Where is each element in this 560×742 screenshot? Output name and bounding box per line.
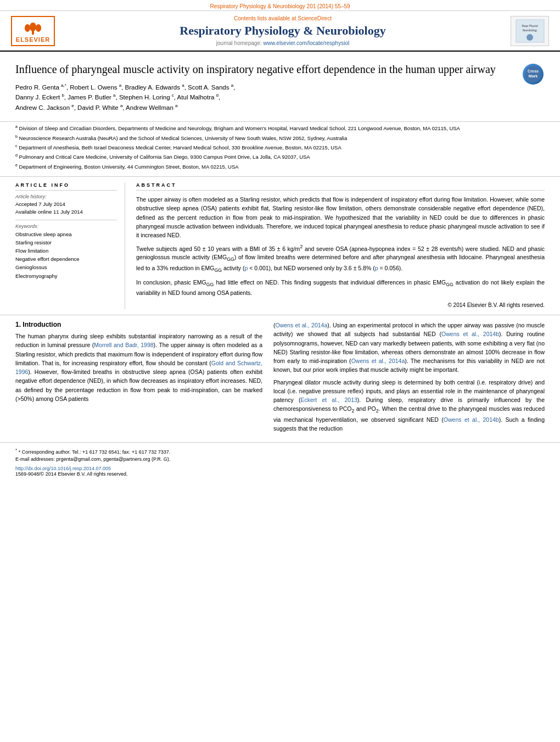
affil-item-e: e Department of Engineering, Boston Univ… bbox=[15, 163, 545, 171]
body-content: 1. Introduction The human pharynx during… bbox=[0, 315, 560, 442]
keywords-label: Keywords: bbox=[15, 224, 117, 229]
corner-logo: Resp Physiol Neurobiology bbox=[511, 16, 549, 46]
keyword-2: Starling resistor bbox=[15, 238, 117, 247]
body-right-text: (Owens et al., 2014a). Using an experime… bbox=[273, 321, 545, 433]
footnote-star: * bbox=[15, 448, 17, 453]
footer-issn: 1569-9048/© 2014 Elsevier B.V. All right… bbox=[15, 471, 262, 477]
abstract-header: ABSTRACT bbox=[136, 182, 545, 191]
svg-text:Mark: Mark bbox=[529, 74, 537, 78]
intro-para-2: (Owens et al., 2014a). Using an experime… bbox=[273, 321, 545, 375]
abstract-para-2: Twelve subjects aged 50 ± 10 years with … bbox=[136, 243, 545, 275]
available-date: Available online 11 July 2014 bbox=[15, 208, 117, 216]
right-col: ABSTRACT The upper airway is often model… bbox=[136, 182, 545, 309]
svg-text:Neurobiology: Neurobiology bbox=[522, 29, 537, 32]
doi-link[interactable]: http://dx.doi.org/10.1016/j.resp.2014.07… bbox=[15, 466, 111, 471]
journal-top-bar: Respiratory Physiology & Neurobiology 20… bbox=[0, 0, 560, 11]
crossmark-circle: Cross Mark bbox=[523, 64, 544, 85]
sciencedirect-name[interactable]: ScienceDirect bbox=[298, 15, 332, 21]
affil-item-b: b Neuroscience Research Australia (NeuRA… bbox=[15, 134, 545, 142]
affil-item-a: a Division of Sleep and Circadian Disord… bbox=[15, 124, 545, 132]
authors-line: Pedro R. Genta a,*, Robert L. Owens a, B… bbox=[15, 82, 516, 113]
keywords-section: Keywords: Obstructive sleep apnea Starli… bbox=[15, 224, 117, 280]
keyword-5: Genioglossus bbox=[15, 263, 117, 271]
journal-homepage: journal homepage: www.elsevier.com/locat… bbox=[55, 40, 511, 46]
two-col-section: ARTICLE INFO Article history: Accepted 7… bbox=[0, 177, 560, 315]
abstract-para-3: In conclusion, phasic EMGGG had little e… bbox=[136, 278, 545, 298]
affiliations: a Division of Sleep and Circadian Disord… bbox=[0, 122, 560, 177]
footer-left: * * Corresponding author. Tel.: +1 617 7… bbox=[15, 447, 262, 477]
article-title: Influence of pharyngeal muscle activity … bbox=[15, 62, 516, 77]
journal-citation: Respiratory Physiology & Neurobiology 20… bbox=[210, 3, 350, 9]
svg-point-2 bbox=[25, 24, 30, 32]
affil-item-c: c Department of Anesthesia, Beth Israel … bbox=[15, 143, 545, 152]
footer-doi: http://dx.doi.org/10.1016/j.resp.2014.07… bbox=[15, 466, 262, 471]
keyword-6: Electromyography bbox=[15, 272, 117, 280]
intro-para-3: Pharyngeal dilator muscle activity durin… bbox=[273, 378, 545, 433]
authors-text: Pedro R. Genta a,*, Robert L. Owens a, B… bbox=[15, 84, 235, 111]
svg-point-8 bbox=[527, 34, 533, 41]
abstract-para-1: The upper airway is often modeled as a S… bbox=[136, 195, 545, 239]
svg-point-1 bbox=[30, 23, 36, 31]
crossmark-badge: Cross Mark bbox=[523, 64, 545, 86]
header-section: ELSEVIER Contents lists available at Sci… bbox=[0, 11, 560, 52]
body-right: (Owens et al., 2014a). Using an experime… bbox=[273, 321, 545, 437]
article-footer: * * Corresponding author. Tel.: +1 617 7… bbox=[0, 442, 560, 480]
homepage-link[interactable]: www.elsevier.com/locate/resphysiol bbox=[263, 40, 349, 46]
elsevier-logo: ELSEVIER bbox=[11, 16, 55, 46]
intro-para-1: The human pharynx during sleep exhibits … bbox=[15, 332, 262, 403]
svg-point-3 bbox=[36, 24, 41, 32]
article-title-text: Influence of pharyngeal muscle activity … bbox=[15, 62, 516, 116]
body-left-text: The human pharynx during sleep exhibits … bbox=[15, 332, 262, 403]
keyword-1: Obstructive sleep apnea bbox=[15, 230, 117, 238]
article-info-header: ARTICLE INFO bbox=[15, 182, 117, 191]
page-wrapper: Respiratory Physiology & Neurobiology 20… bbox=[0, 0, 560, 480]
info-divider bbox=[15, 220, 117, 220]
keyword-3: Flow limitation bbox=[15, 247, 117, 255]
article-title-area: Influence of pharyngeal muscle activity … bbox=[0, 52, 560, 122]
svg-text:Cross: Cross bbox=[528, 69, 539, 73]
left-col: ARTICLE INFO Article history: Accepted 7… bbox=[15, 182, 125, 309]
section1-heading: 1. Introduction bbox=[15, 321, 262, 328]
sciencedirect-link: Contents lists available at ScienceDirec… bbox=[55, 15, 511, 21]
elsevier-text: ELSEVIER bbox=[16, 36, 50, 43]
corresponding-note: * * Corresponding author. Tel.: +1 617 7… bbox=[15, 447, 262, 456]
abstract-text: The upper airway is often modeled as a S… bbox=[136, 195, 545, 309]
accepted-date: Accepted 7 July 2014 bbox=[15, 200, 117, 208]
affil-item-d: d Pulmonary and Critical Care Medicine, … bbox=[15, 153, 545, 161]
journal-title: Respiratory Physiology & Neurobiology bbox=[55, 24, 511, 38]
header-center: Contents lists available at ScienceDirec… bbox=[55, 15, 511, 46]
keyword-4: Negative effort dependence bbox=[15, 255, 117, 263]
email-note: E-mail addresses: prgenta@gmail.com, pge… bbox=[15, 456, 262, 464]
body-left: 1. Introduction The human pharynx during… bbox=[15, 321, 262, 437]
history-label: Article history: bbox=[15, 194, 117, 199]
svg-text:Resp Physiol: Resp Physiol bbox=[522, 24, 537, 27]
copyright-line: © 2014 Elsevier B.V. All rights reserved… bbox=[136, 301, 545, 310]
